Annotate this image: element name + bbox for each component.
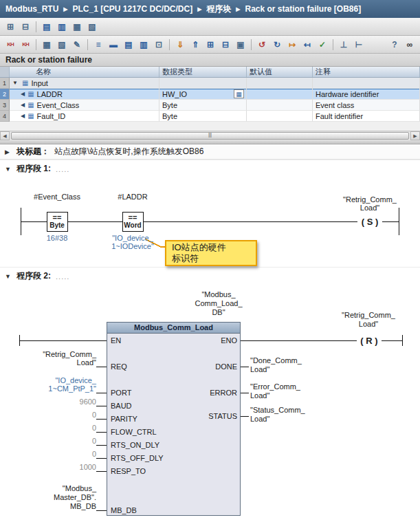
- network-list-icon[interactable]: ≡: [91, 38, 105, 52]
- insert-box-icon[interactable]: ⊞: [203, 38, 217, 52]
- coil-operand-line2[interactable]: Load": [335, 204, 404, 212]
- resp-to-constant[interactable]: 1000: [14, 463, 96, 471]
- rts-on-dly-constant[interactable]: 0: [14, 437, 96, 445]
- mb-db-operand-line1[interactable]: "Modbus_: [14, 484, 96, 492]
- mb-db-operand-line2[interactable]: Master_DB".: [14, 493, 96, 501]
- collapse-toggle-icon[interactable]: ▶: [5, 149, 12, 155]
- monitoring-glasses-icon[interactable]: ∞: [403, 38, 417, 52]
- compare-contact[interactable]: ==: [122, 213, 143, 221]
- reset-coil[interactable]: ( R ): [356, 336, 382, 346]
- edit-mode-icon[interactable]: ✎: [70, 38, 84, 52]
- row-number[interactable]: 3: [0, 100, 10, 111]
- go-offline-icon[interactable]: ↻: [270, 38, 284, 52]
- ladder-elements-icon[interactable]: ▣: [234, 38, 247, 52]
- compare-datatype[interactable]: Byte: [47, 221, 67, 230]
- delete-box-icon[interactable]: ⊟: [219, 38, 232, 52]
- compare-contact[interactable]: ==: [47, 213, 67, 221]
- status-operand-line1[interactable]: "Status_Comm_: [250, 406, 305, 414]
- collapse-toggle-icon[interactable]: ▼: [5, 166, 12, 173]
- network1-title[interactable]: 程序段 1:: [16, 163, 51, 175]
- download-to-device-icon[interactable]: ⇓: [173, 38, 187, 52]
- variable-name[interactable]: LADDR: [37, 90, 63, 98]
- section-name[interactable]: Input: [31, 79, 47, 87]
- snapshot-icon[interactable]: ▥: [55, 20, 69, 34]
- insert-row-icon[interactable]: ▦: [40, 38, 54, 52]
- table-row-input[interactable]: 1 ▼ ▦ Input: [0, 78, 420, 89]
- goto-next-icon[interactable]: ↦: [285, 38, 299, 52]
- datatype-cell[interactable]: Byte: [159, 100, 247, 111]
- compare-constant[interactable]: 16#38: [23, 234, 91, 242]
- done-operand-line1[interactable]: "Done_Comm_: [250, 356, 302, 365]
- instance-db-name-line3[interactable]: DB": [184, 308, 253, 316]
- breadcrumb-item-plc[interactable]: PLC_1 [CPU 1217C DC/DC/DC]: [72, 4, 192, 14]
- comment-cell[interactable]: Fault identifier: [313, 111, 420, 122]
- port-operand-line1[interactable]: "IO_device_: [14, 376, 96, 384]
- flow-ctrl-constant[interactable]: 0: [14, 424, 96, 432]
- row-number[interactable]: 1: [0, 78, 10, 89]
- contact-operand[interactable]: #Event_Class: [23, 193, 91, 201]
- set-coil[interactable]: ( S ): [357, 217, 383, 227]
- reset-start-values-icon[interactable]: ▤: [40, 20, 54, 34]
- port-operand-line2[interactable]: 1~CM_PtP_1": [14, 384, 96, 393]
- open-branch-icon[interactable]: ⊥: [337, 38, 351, 52]
- req-operand-line1[interactable]: "Retrig_Comm_: [14, 350, 96, 358]
- insert-row-icon[interactable]: ⊞: [3, 20, 17, 34]
- go-online-icon[interactable]: ↺: [255, 38, 269, 52]
- add-row-below-icon[interactable]: ⊟: [19, 20, 32, 34]
- block-title-text[interactable]: 站点故障\站点恢复时,操作系统触发OB86: [54, 146, 203, 157]
- datatype-browse-button[interactable]: ▦: [234, 89, 244, 98]
- comment-cell[interactable]: Event class: [313, 100, 420, 111]
- contact-operand[interactable]: #LADDR: [98, 193, 167, 201]
- comment-cell[interactable]: Hardware identifier: [313, 89, 420, 100]
- default-cell[interactable]: [247, 111, 313, 122]
- parity-constant[interactable]: 0: [14, 411, 96, 419]
- coil-operand-line2[interactable]: Load": [334, 320, 403, 328]
- table-row-event-class[interactable]: 3 ◀ ▦ Event_Class Byte Event class: [0, 100, 420, 111]
- insert-network-icon[interactable]: ▬: [107, 38, 120, 52]
- upload-from-device-icon[interactable]: ⇑: [188, 38, 202, 52]
- scrollbar-thumb[interactable]: Ⅲ: [11, 132, 409, 140]
- comment-icon[interactable]: ⊡: [152, 38, 166, 52]
- breadcrumb-item-project[interactable]: Modbus_RTU: [5, 4, 58, 14]
- function-block-title[interactable]: Modbus_Comm_Load: [107, 323, 240, 334]
- variable-name[interactable]: Event_Class: [37, 101, 80, 109]
- scroll-left-button[interactable]: ◀: [0, 131, 10, 140]
- done-operand-line2[interactable]: Load": [250, 365, 269, 373]
- expand-collapse-icon[interactable]: ▼: [12, 80, 19, 86]
- coil-operand-line1[interactable]: "Retrig_Comm_: [335, 195, 404, 204]
- close-branch-icon[interactable]: ⊢: [352, 38, 366, 52]
- coil-operand-line1[interactable]: "Retrig_Comm_: [334, 311, 403, 319]
- comment-cell[interactable]: [313, 78, 420, 89]
- breadcrumb-item-program-blocks[interactable]: 程序块: [206, 3, 231, 15]
- req-operand-line2[interactable]: Load": [14, 358, 96, 367]
- table-row-laddr[interactable]: 2 ◀ ▦ LADDR HW_IO ▦ Hardware identifier: [0, 89, 420, 100]
- network2-title[interactable]: 程序段 2:: [16, 270, 51, 282]
- default-cell[interactable]: [247, 100, 313, 111]
- status-operand-line2[interactable]: Load": [250, 415, 269, 423]
- mb-db-operand-line3[interactable]: MB_DB: [14, 502, 96, 510]
- collapse-networks-icon[interactable]: ▥: [137, 38, 151, 52]
- datatype-cell[interactable]: [159, 78, 247, 89]
- consistency-check-icon[interactable]: ✓: [316, 38, 329, 52]
- expand-networks-icon[interactable]: ▤: [122, 38, 135, 52]
- default-cell[interactable]: [247, 89, 313, 100]
- datatype-value[interactable]: HW_IO: [162, 90, 187, 98]
- compare-operand-line2[interactable]: 1~IODevice": [98, 242, 167, 250]
- datatype-cell[interactable]: Byte: [159, 111, 247, 122]
- instance-db-name-line1[interactable]: "Modbus_: [184, 290, 253, 298]
- error-operand-line1[interactable]: "Error_Comm_: [250, 382, 300, 391]
- compare-datatype[interactable]: Word: [122, 221, 143, 230]
- row-number[interactable]: 4: [0, 111, 10, 122]
- horizontal-scrollbar[interactable]: ◀ Ⅲ ▶: [0, 131, 420, 140]
- instance-db-name-line2[interactable]: Comm_Load_: [184, 299, 253, 307]
- load-values-icon[interactable]: ▧: [85, 20, 99, 34]
- compare-operand-line1[interactable]: "IO_device_: [98, 234, 167, 242]
- help-icon[interactable]: ?: [388, 38, 401, 52]
- copy-snapshot-icon[interactable]: ▦: [70, 20, 84, 34]
- symbolic-operands-icon[interactable]: KH: [19, 38, 32, 52]
- rts-off-dly-constant[interactable]: 0: [14, 450, 96, 458]
- scroll-right-button[interactable]: ▶: [410, 131, 420, 140]
- delete-row-icon[interactable]: ▧: [55, 38, 69, 52]
- error-operand-line2[interactable]: Load": [250, 391, 269, 400]
- absolute-operands-icon[interactable]: KH: [3, 38, 17, 52]
